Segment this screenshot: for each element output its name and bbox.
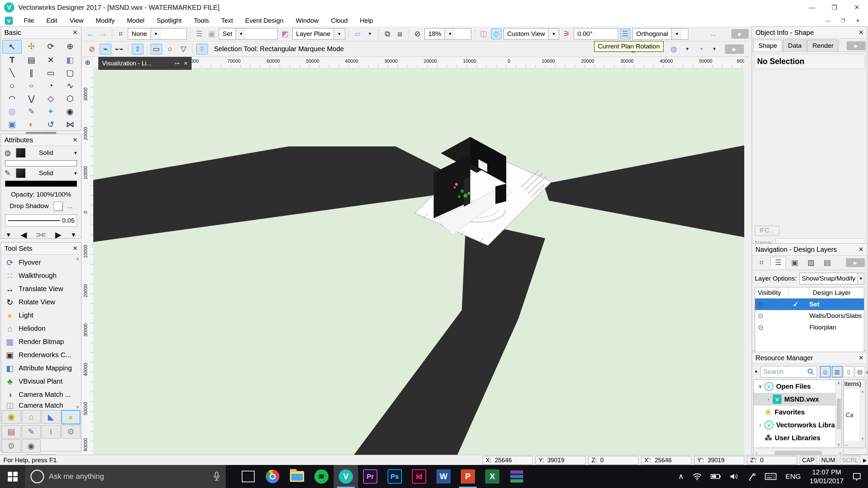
tool-extrude-icon[interactable]: ◧ [60,54,80,66]
list-view-icon[interactable]: ▥ [832,366,843,378]
scroll-up-icon[interactable]: ∧ [837,381,840,385]
tool-reshape-icon[interactable]: ▣ [2,118,22,131]
notification-center-icon[interactable] [852,472,861,481]
resource-manager-title-bar[interactable]: Resource Manager ✕ [752,352,867,364]
category-dims-notes-icon[interactable]: ✎ [22,425,41,439]
taskbar-premiere[interactable]: Pr [358,465,382,488]
tool-circle-icon[interactable]: ○ [2,79,22,92]
tab-render[interactable]: Render [807,40,839,52]
language-indicator[interactable]: ENG [785,472,801,481]
interactive-scaling-mode-icon[interactable]: ⇕ [132,44,143,55]
battery-icon[interactable] [711,473,721,480]
tool-vbvisual-plant[interactable]: ♣ VBvisual Plant [3,375,74,388]
items-vertical-scrollbar[interactable]: ∧∨ [860,389,865,441]
taskbar-file-explorer[interactable] [285,465,309,488]
set-geometry[interactable] [93,145,744,455]
viewports-icon[interactable]: ▨ [804,257,818,268]
tool-polyline-icon[interactable]: ⋁ [22,92,41,105]
navigation-title-bar[interactable]: Navigation - Design Layers ✕ [752,244,867,256]
volume-icon[interactable] [730,473,739,480]
touch-keyboard-icon[interactable] [765,472,776,481]
tool-rounded-rectangle-icon[interactable]: ▢ [60,66,80,79]
tool-translate-view[interactable]: ↔ Translate View [3,282,74,296]
page-icon[interactable]: ▱ [352,28,363,39]
chevron-down-icon[interactable]: ▼ [236,28,246,39]
tool-rectangle-icon[interactable]: ▭ [41,66,60,79]
attr-dropdown-left-icon[interactable]: ▼ [5,231,12,239]
chevron-down-icon[interactable]: ▼ [754,367,758,377]
pen-style-dropdown[interactable]: Solid ▼ [29,169,78,177]
expand-icon[interactable]: › [756,422,765,428]
menu-file[interactable]: File [18,15,40,26]
taskbar-vectorworks[interactable]: V [334,465,358,488]
hidden-icons-chevron[interactable]: ∧ [678,472,684,481]
fill-bucket-icon[interactable]: ◍ [4,148,16,157]
cabinet-mode-icon[interactable]: ⇳ [196,44,208,55]
tab-close-icon[interactable]: ✕ [183,60,188,66]
zoom-magnifier-icon[interactable]: ⊘ [412,28,423,39]
interactive-scaling-off-icon[interactable]: ⊘ [86,44,98,55]
tool-select-similar-icon[interactable]: ◉ [60,105,80,118]
object-info-title-bar[interactable]: Object Info - Shape ✕ [752,27,867,39]
restore-button[interactable]: ❐ [823,0,846,15]
close-icon[interactable]: ✕ [73,136,78,144]
taskbar-winrar[interactable] [505,465,529,488]
category-machine-design-icon[interactable]: ⚙ [61,425,81,439]
tool-spiral-icon[interactable]: ◎ [2,105,22,118]
design-layers-icon[interactable]: ☰ [770,257,786,268]
close-icon[interactable]: ✕ [73,29,78,36]
menu-view[interactable]: View [63,15,90,26]
fit-page-icon[interactable]: ⧉ [382,28,393,39]
tool-mirror-icon[interactable]: ⋈ [60,118,80,131]
chevron-down-icon[interactable]: ▼ [548,28,559,39]
close-icon[interactable]: ✕ [859,246,864,253]
axes-icon[interactable]: ⚞ [561,28,572,39]
statusbar-expand-icon[interactable]: ▶ [863,458,867,463]
tree-user-libraries[interactable]: ⁂ User Libraries [754,431,842,444]
pen-icon[interactable]: ✎ [4,169,16,178]
scroll-thumb[interactable] [837,399,841,429]
layer-row-set[interactable]: ⊙ ✓ Set [755,299,864,310]
tool-flyover[interactable]: ⟳ Flyover [3,256,74,269]
saved-views-nodes-icon[interactable]: ⌗ [754,257,769,268]
attr-next-icon[interactable]: ▶ [55,230,61,240]
modebar-overflow-button[interactable]: ▶ [725,44,744,54]
tool-eyedropper-icon[interactable]: ✎ [22,105,41,118]
fill-color-bar[interactable] [5,160,77,166]
tool-zoom-icon[interactable]: ⊕ [60,40,80,53]
attributes-title-bar[interactable]: Attributes ✕ [1,134,81,146]
chevron-down-icon[interactable]: ▼ [671,28,682,39]
tool-sets-scrollbar[interactable]: ∧ ∨ [75,256,80,409]
tree-open-files[interactable]: ∨ V Open Files [754,380,842,393]
visibility-eye-icon[interactable]: ⊙ [755,300,786,308]
scroll-up-icon[interactable]: ∧ [76,256,79,261]
chevron-down-icon[interactable]: ▼ [445,28,455,39]
child-minimize-button[interactable]: — [821,16,835,26]
microphone-icon[interactable] [213,471,220,482]
ruler-origin-icon[interactable]: ⊕ [82,57,94,68]
render-mode-icon[interactable]: ◔ [695,44,707,55]
layer-row-walls[interactable]: ⊙ Walls/Doors/Slabs [755,310,864,322]
drop-shadow-checkbox[interactable] [54,202,62,210]
visibility-eye-icon[interactable]: ⊙ [755,312,786,320]
single-object-mode-icon[interactable]: ⌁ [100,44,111,55]
tool-ellipse-icon[interactable]: ○ [22,81,41,90]
zoom-dropdown[interactable]: 18% ▼ [425,28,471,40]
start-button[interactable] [0,465,25,488]
child-restore-button[interactable]: ❐ [835,16,850,26]
category-3d-modeling-icon[interactable]: ◣ [41,410,61,424]
tree-vectorworks-libraries[interactable]: › V Vectorworks Libra [754,419,842,431]
collapse-icon[interactable]: ∨ [756,384,765,389]
visibility-eye-icon[interactable]: ⊙ [755,323,786,331]
classes-icon[interactable]: ▣ [206,28,217,39]
detail-view-icon[interactable]: ▤ [855,366,865,377]
nav-overflow-button[interactable]: ▶ [846,258,865,267]
forward-icon[interactable]: → [98,28,108,39]
category-structural-icon[interactable]: Ｉ [41,425,61,439]
tool-render-bitmap[interactable]: ▦ Render Bitmap [3,335,74,348]
tool-polygon-icon[interactable]: ⬡ [60,92,80,105]
saved-views-dropdown[interactable]: None ▼ [128,28,187,40]
tool-flyover-icon[interactable]: ⟳ [41,40,60,53]
tool-heliodon[interactable]: ⌂ Heliodon [3,322,74,335]
attr-prev-icon[interactable]: ◀ [21,230,27,240]
